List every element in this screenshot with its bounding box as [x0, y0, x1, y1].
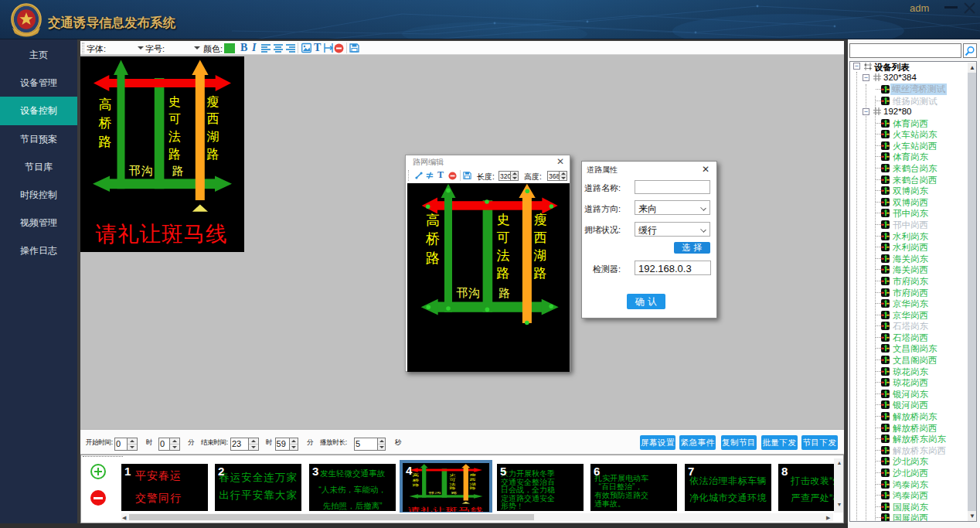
svg-text:路: 路 [497, 266, 510, 281]
svg-text:路: 路 [426, 250, 440, 266]
svg-text:路: 路 [412, 483, 419, 487]
svg-text:湖: 湖 [534, 248, 547, 263]
svg-text:邗: 邗 [427, 491, 434, 494]
svg-text:湖: 湖 [207, 130, 219, 143]
svg-text:请礼让斑马线: 请礼让斑马线 [96, 222, 228, 246]
svg-text:瘦: 瘦 [207, 95, 219, 108]
svg-text:可: 可 [168, 112, 181, 125]
svg-text:路: 路 [534, 266, 547, 281]
svg-text:法: 法 [168, 130, 181, 143]
svg-text:桥: 桥 [99, 116, 112, 131]
svg-text:高: 高 [99, 97, 112, 112]
svg-text:史: 史 [168, 95, 181, 108]
svg-text:路: 路 [499, 286, 510, 299]
svg-text:路: 路 [469, 487, 476, 491]
svg-text:可: 可 [449, 478, 456, 481]
svg-text:西: 西 [468, 478, 476, 482]
svg-text:路: 路 [168, 148, 181, 161]
svg-text:沟: 沟 [141, 164, 153, 177]
svg-text:路: 路 [449, 487, 456, 491]
svg-text:桥: 桥 [425, 231, 440, 247]
svg-text:桥: 桥 [411, 479, 419, 482]
svg-text:瘦: 瘦 [534, 213, 547, 227]
svg-text:沟: 沟 [468, 286, 480, 299]
svg-text:湖: 湖 [469, 482, 475, 485]
svg-text:法: 法 [497, 248, 510, 263]
svg-text:瘦: 瘦 [469, 473, 476, 477]
svg-text:高: 高 [426, 213, 440, 228]
svg-text:可: 可 [497, 230, 510, 245]
svg-text:法: 法 [449, 482, 456, 485]
svg-text:邗: 邗 [456, 286, 468, 299]
svg-text:路: 路 [451, 491, 458, 495]
svg-text:路: 路 [207, 148, 219, 161]
svg-text:史: 史 [449, 473, 456, 477]
svg-text:邗: 邗 [129, 164, 141, 177]
svg-text:高: 高 [412, 473, 419, 478]
svg-text:西: 西 [534, 230, 547, 245]
svg-text:沟: 沟 [434, 491, 441, 495]
svg-text:路: 路 [99, 135, 112, 149]
svg-text:西: 西 [207, 112, 219, 125]
svg-text:史: 史 [497, 213, 510, 227]
svg-text:路: 路 [172, 164, 184, 177]
svg-text:请礼让斑马线: 请礼让斑马线 [407, 506, 483, 512]
